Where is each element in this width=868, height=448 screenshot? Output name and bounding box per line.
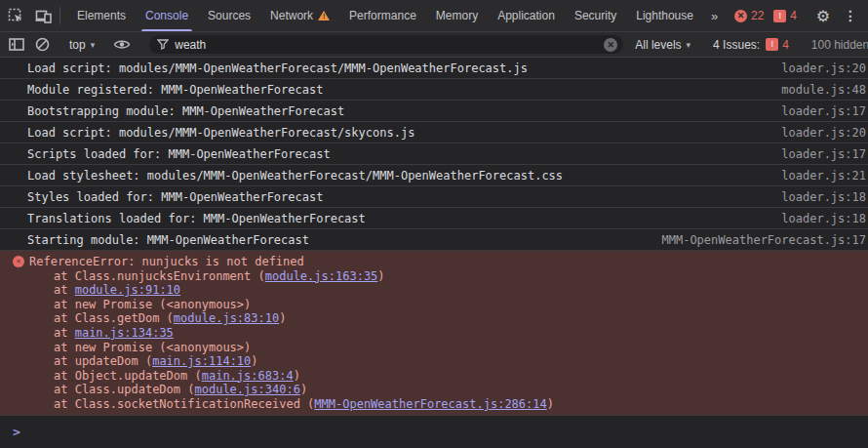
- stack-frame: at new Promise (<anonymous>): [0, 298, 868, 312]
- main-toolbar: ElementsConsoleSourcesNetwork!Performanc…: [0, 0, 868, 32]
- log-source-link[interactable]: loader.js:20: [781, 126, 866, 140]
- tab-label: Console: [145, 9, 188, 22]
- tab-elements[interactable]: Elements: [67, 0, 136, 31]
- prompt-chevron-icon: >: [13, 425, 20, 439]
- stack-frame-text: at updateDom (: [54, 354, 152, 368]
- stack-frame-text: at Object.updateDom (: [54, 369, 202, 383]
- console-log-row: Bootstrapping module: MMM-OpenWeatherFor…: [0, 101, 868, 122]
- error-stack: at Class.nunjucksEnvironment (module.js:…: [0, 269, 868, 412]
- console-log-row: Load script: modules/MMM-OpenWeatherFore…: [0, 122, 868, 143]
- context-selector-value: top: [69, 38, 86, 52]
- console-sidebar-icon[interactable]: [4, 32, 29, 57]
- stack-source-link[interactable]: main.js:683:4: [202, 369, 294, 383]
- context-selector[interactable]: top ▾: [61, 38, 102, 52]
- chevron-down-icon: ▾: [687, 40, 691, 50]
- issues-badge-icon: !: [773, 10, 786, 22]
- tab-security[interactable]: Security: [565, 0, 626, 31]
- console-toolbar-right: All levels ▾ 4 Issues: ! 4 100 hidden: [633, 38, 863, 52]
- stack-source-link[interactable]: module.js:91:10: [75, 283, 180, 297]
- log-message: Load stylesheet: modules/MMM-OpenWeather…: [27, 169, 769, 183]
- stack-source-link[interactable]: main.js:114:10: [152, 354, 251, 368]
- stack-frame-text: at Class.getDom (: [54, 311, 174, 325]
- stack-frame: at Class.updateDom (module.js:340:6): [0, 383, 868, 397]
- log-source-link[interactable]: MMM-OpenWeatherForecast.js:17: [661, 233, 866, 247]
- log-levels-dropdown[interactable]: All levels ▾: [633, 38, 698, 52]
- log-source-link[interactable]: loader.js:17: [781, 104, 866, 118]
- tab-memory[interactable]: Memory: [426, 0, 488, 31]
- stack-source-link[interactable]: main.js:134:35: [75, 326, 174, 340]
- console-prompt-row[interactable]: >: [0, 416, 868, 439]
- inspect-element-icon[interactable]: [2, 0, 29, 31]
- error-badge-icon: ✕: [734, 10, 747, 22]
- tab-console[interactable]: Console: [136, 0, 198, 31]
- stack-source-link[interactable]: module.js:340:6: [195, 383, 300, 396]
- console-filter-field[interactable]: ✕: [149, 35, 623, 54]
- tab-label: Elements: [77, 9, 126, 22]
- tab-network[interactable]: Network!: [260, 0, 339, 31]
- more-tabs-button[interactable]: »: [703, 0, 726, 31]
- stack-frame-text: at new Promise (<anonymous>): [54, 341, 251, 354]
- console-error-entry: ✕ ReferenceError: nunjucks is not define…: [0, 251, 868, 416]
- stack-frame: at module.js:91:10: [0, 283, 868, 298]
- stack-frame-suffix: ): [251, 354, 257, 368]
- live-expression-eye-icon[interactable]: [109, 32, 135, 57]
- stack-frame-suffix: ): [300, 383, 307, 396]
- stack-frame-text: at: [54, 326, 75, 340]
- log-source-link[interactable]: loader.js:18: [781, 212, 866, 225]
- stack-frame: at Class.getDom (module.js:83:10): [0, 311, 868, 326]
- tab-label: Lighthouse: [636, 9, 693, 22]
- console-log-row: Translations loaded for: MMM-OpenWeather…: [0, 208, 868, 229]
- stack-frame: at Class.socketNotificationReceived (MMM…: [0, 397, 868, 412]
- stack-frame-suffix: ): [294, 369, 300, 383]
- tab-label: Security: [574, 9, 616, 22]
- stack-frame-suffix: ): [377, 269, 384, 283]
- log-message: Load script: modules/MMM-OpenWeatherFore…: [27, 126, 769, 140]
- device-toolbar-icon[interactable]: [29, 0, 57, 31]
- stack-frame: at Class.nunjucksEnvironment (module.js:…: [0, 269, 868, 284]
- log-message: Module registered: MMM-OpenWeatherForeca…: [27, 83, 769, 97]
- stack-source-link[interactable]: module.js:163:35: [265, 269, 378, 283]
- tab-application[interactable]: Application: [488, 0, 565, 31]
- filter-input[interactable]: [175, 38, 598, 52]
- error-message: ReferenceError: nunjucks is not defined: [29, 255, 304, 268]
- devtools-window: ElementsConsoleSourcesNetwork!Performanc…: [0, 0, 868, 448]
- issues-chip[interactable]: 4 Issues: ! 4: [705, 38, 797, 52]
- tab-label: Memory: [436, 9, 478, 22]
- log-message: Styles loaded for: MMM-OpenWeatherForeca…: [27, 190, 769, 204]
- log-source-link[interactable]: loader.js:18: [781, 190, 866, 204]
- stack-frame-text: at Class.socketNotificationReceived (: [54, 397, 314, 411]
- tab-label: Application: [497, 9, 555, 22]
- log-message: Bootstrapping module: MMM-OpenWeatherFor…: [27, 104, 769, 118]
- error-warning-counts[interactable]: ✕ 22 ! 4: [729, 9, 803, 22]
- tab-lighthouse[interactable]: Lighthouse: [626, 0, 703, 31]
- clear-filter-icon[interactable]: ✕: [604, 38, 617, 52]
- log-source-link[interactable]: loader.js:17: [781, 147, 866, 161]
- log-message: Starting module: MMM-OpenWeatherForecast: [27, 233, 650, 247]
- stack-frame: at updateDom (main.js:114:10): [0, 354, 868, 369]
- console-log-row: Styles loaded for: MMM-OpenWeatherForeca…: [0, 186, 868, 208]
- settings-icon[interactable]: ⚙: [809, 7, 837, 25]
- more-options-icon[interactable]: ⋮: [837, 8, 864, 23]
- tab-label: Sources: [208, 9, 251, 22]
- issues-chip-label: 4 Issues:: [713, 38, 760, 52]
- console-log-row: Load script: modules/MMM-OpenWeatherFore…: [0, 58, 868, 79]
- tab-label: Network: [270, 9, 313, 22]
- error-icon: ✕: [13, 256, 24, 267]
- stack-frame-text: at new Promise (<anonymous>): [54, 298, 251, 311]
- clear-console-icon[interactable]: [29, 32, 55, 57]
- log-source-link[interactable]: loader.js:21: [781, 169, 866, 183]
- tab-performance[interactable]: Performance: [339, 0, 426, 31]
- stack-frame-text: at Class.nunjucksEnvironment (: [54, 269, 265, 283]
- console-log-row: Scripts loaded for: MMM-OpenWeatherForec…: [0, 143, 868, 165]
- log-source-link[interactable]: loader.js:20: [781, 61, 866, 75]
- stack-source-link[interactable]: module.js:83:10: [174, 311, 279, 325]
- stack-source-link[interactable]: MMM-OpenWeatherForecast.js:286:14: [314, 397, 546, 411]
- console-log-area: Load script: modules/MMM-OpenWeatherFore…: [0, 58, 868, 448]
- log-source-link[interactable]: module.js:48: [781, 83, 866, 97]
- log-message: Translations loaded for: MMM-OpenWeather…: [27, 212, 769, 225]
- tab-sources[interactable]: Sources: [198, 0, 260, 31]
- log-message: Load script: modules/MMM-OpenWeatherFore…: [27, 61, 769, 75]
- error-count: 22: [751, 9, 764, 22]
- console-log-row: Load stylesheet: modules/MMM-OpenWeather…: [0, 165, 868, 186]
- issues-chip-count: 4: [782, 38, 789, 52]
